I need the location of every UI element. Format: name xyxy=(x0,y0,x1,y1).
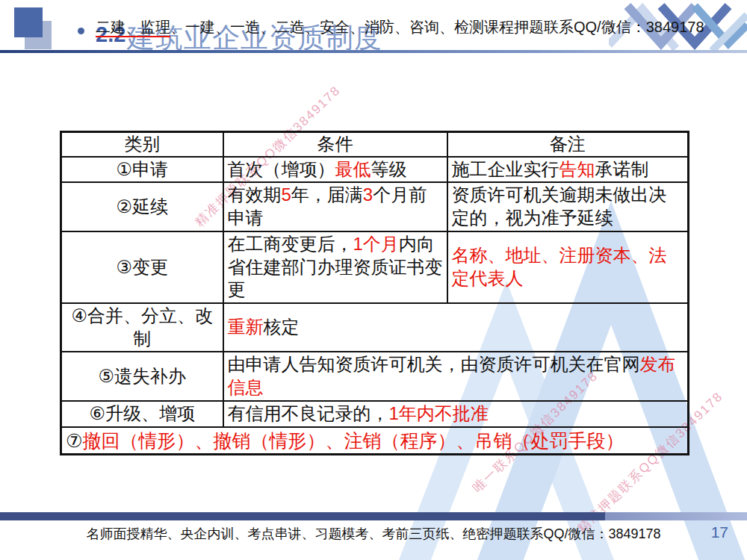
table-header-row: 类别 条件 备注 xyxy=(61,132,689,157)
cell-condition-merged: 有信用不良记录的，1年内不批准 xyxy=(223,401,689,427)
plain-text: ⑦ xyxy=(66,430,82,451)
table-row: ⑥升级、增项 有信用不良记录的，1年内不批准 xyxy=(61,401,689,427)
highlighted-red-text: 1年内不批准 xyxy=(389,403,489,423)
highlighted-red-text: 1个月 xyxy=(353,234,399,254)
cell-category: ③变更 xyxy=(61,231,223,303)
table-row: ①申请 首次（增项）最低等级 施工企业实行告知承诺制 xyxy=(61,157,689,183)
qualification-table: 类别 条件 备注 ①申请 首次（增项）最低等级 施工企业实行告知承诺制 ②延续 … xyxy=(60,131,689,455)
cell-remark: 名称、地址、注册资本、法定代表人 xyxy=(447,231,689,303)
page-number: 17 xyxy=(711,523,728,541)
highlighted-red-text: 5 xyxy=(282,184,291,205)
title-bullet xyxy=(78,28,84,34)
plain-text: 首次（增项） xyxy=(228,159,335,179)
cell-category: ④合并、分立、改制 xyxy=(61,303,223,352)
plain-text: 核定 xyxy=(264,317,300,337)
plain-text: 施工企业实行 xyxy=(452,159,560,179)
table-row: ③变更 在工商变更后，1个月内向省住建部门办理资质证书变更 名称、地址、注册资本… xyxy=(61,231,689,303)
highlighted-red-text: 3 xyxy=(363,184,373,205)
plain-text: 承诺制 xyxy=(595,159,649,179)
highlighted-red-text: 撤回（情形）、撤销（情形）、注销（程序）、吊销（处罚手段） xyxy=(82,430,624,451)
highlighted-red-text: 告知 xyxy=(560,159,595,179)
cell-category: ⑥升级、增项 xyxy=(61,401,223,427)
promo-rest-part: 、一建、一造、二造、安全、消防、咨询、检测课程押题联系QQ/微信：3849178 xyxy=(170,19,704,35)
footer-bar xyxy=(0,512,747,520)
cell-condition: 有效期5年，届满3个月前申请 xyxy=(223,182,447,231)
plain-text: 在工商变更后， xyxy=(228,234,353,254)
table-row: ⑤遗失补办 由申请人告知资质许可机关，由资质许可机关在官网发布信息 xyxy=(61,352,689,400)
cell-condition: 在工商变更后，1个月内向省住建部门办理资质证书变更 xyxy=(223,231,447,303)
col-header-category: 类别 xyxy=(61,132,223,157)
highlighted-red-text: 名称、地址、注册资本、法定代表人 xyxy=(452,245,667,288)
cell-category: ①申请 xyxy=(61,157,223,183)
header-promo-line: 二建、监理、一建、一造、二造、安全、消防、咨询、检测课程押题联系QQ/微信：38… xyxy=(96,17,704,37)
col-header-condition: 条件 xyxy=(223,132,447,157)
plain-text: 资质许可机关逾期未做出决定的，视为准予延续 xyxy=(452,184,667,228)
cell-condition-merged: 重新核定 xyxy=(223,303,689,352)
plain-text: 有效期 xyxy=(228,184,282,205)
highlighted-red-text: 最低 xyxy=(335,159,371,179)
slide-canvas: 2.2 建筑业企业资质制度 二建、监理、一建、一造、二造、安全、消防、咨询、检测… xyxy=(0,0,747,560)
plain-text: 等级 xyxy=(371,159,407,179)
cell-category: ②延续 xyxy=(61,182,223,231)
table-row: ④合并、分立、改制 重新核定 xyxy=(61,303,689,352)
plain-text: 年，届满 xyxy=(291,184,363,205)
cell-condition-merged: 由申请人告知资质许可机关，由资质许可机关在官网发布信息 xyxy=(223,352,689,400)
cell-condition: 首次（增项）最低等级 xyxy=(223,157,447,183)
footer-promo-line: 名师面授精华、央企内训、考点串讲、习题模考、考前三页纸、绝密押题联系QQ/微信：… xyxy=(0,525,747,543)
cell-remark: 施工企业实行告知承诺制 xyxy=(447,157,689,183)
decor-square-dark xyxy=(14,7,43,37)
plain-text: 由申请人告知资质许可机关，由资质许可机关在官网 xyxy=(228,354,640,374)
cell-full-span: ⑦撤回（情形）、撤销（情形）、注销（程序）、吊销（处罚手段） xyxy=(61,427,689,455)
col-header-remark: 备注 xyxy=(447,132,689,157)
plain-text: 有信用不良记录的， xyxy=(228,403,389,423)
cell-category: ⑤遗失补办 xyxy=(61,352,223,400)
highlighted-red-text: 重新 xyxy=(228,317,264,337)
table-row: ⑦撤回（情形）、撤销（情形）、注销（程序）、吊销（处罚手段） xyxy=(61,427,689,455)
cell-remark: 资质许可机关逾期未做出决定的，视为准予延续 xyxy=(447,182,689,231)
promo-underlined-part: 二建、监理 xyxy=(96,19,170,37)
table-row: ②延续 有效期5年，届满3个月前申请 资质许可机关逾期未做出决定的，视为准予延续 xyxy=(61,182,689,231)
